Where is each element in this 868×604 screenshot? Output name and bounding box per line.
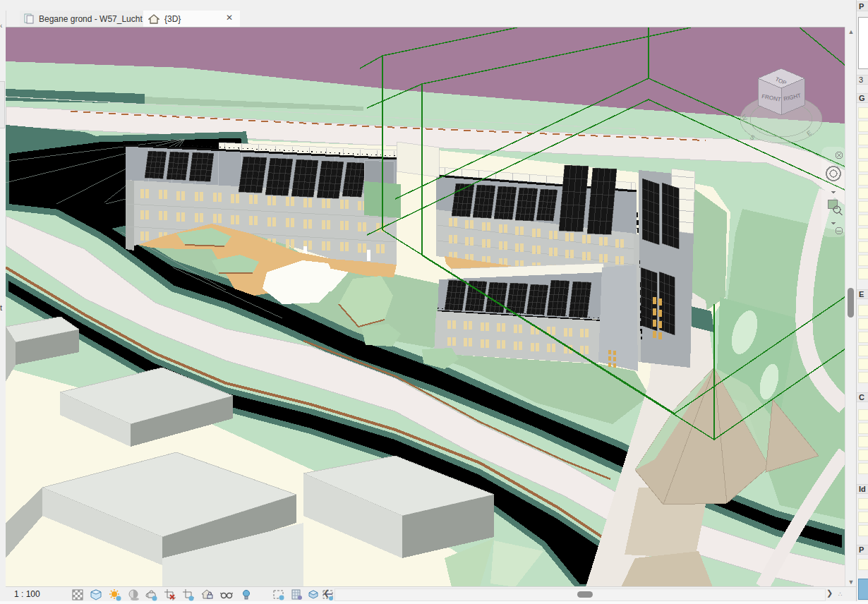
building-shape <box>569 328 572 337</box>
detail-level-icon[interactable] <box>71 588 84 601</box>
property-row[interactable] <box>858 147 868 159</box>
building-shape <box>267 196 271 205</box>
building-shape <box>608 356 611 361</box>
building-shape <box>658 332 662 339</box>
building-shape <box>345 221 349 230</box>
building-shape <box>608 350 611 354</box>
vertical-scrollbar[interactable]: ▲ ▼ <box>845 27 857 588</box>
analytical-model-icon[interactable] <box>290 588 303 601</box>
property-row[interactable] <box>858 107 868 119</box>
property-row[interactable] <box>858 449 868 461</box>
property-row[interactable] <box>858 174 868 186</box>
building-shape <box>340 221 344 230</box>
building-shape <box>582 252 586 260</box>
close-tab-icon[interactable]: ✕ <box>226 13 233 22</box>
tab-begane-grond[interactable]: Begane grond - W57_Lucht <box>20 11 146 27</box>
property-row[interactable] <box>858 525 868 536</box>
crop-view-icon[interactable] <box>164 588 176 601</box>
building-shape <box>519 325 522 333</box>
building-shape <box>608 363 611 367</box>
visual-style-icon[interactable] <box>90 588 102 601</box>
building-shape <box>286 239 289 248</box>
property-row[interactable] <box>858 318 868 330</box>
property-row[interactable] <box>858 512 868 523</box>
building-shape <box>272 196 276 205</box>
scale-button[interactable]: 1 : 100 <box>14 589 40 599</box>
property-row[interactable] <box>858 463 868 474</box>
building-shape <box>549 248 553 256</box>
sun-path-icon[interactable] <box>109 588 121 601</box>
property-row[interactable] <box>858 358 868 370</box>
type-selector[interactable] <box>858 17 868 69</box>
building-shape <box>358 243 361 253</box>
property-row[interactable] <box>858 134 868 145</box>
building-shape <box>218 193 222 202</box>
property-row[interactable] <box>858 498 868 509</box>
property-row[interactable] <box>858 436 868 447</box>
property-row[interactable] <box>858 268 868 279</box>
property-row[interactable] <box>858 423 868 434</box>
building-shape <box>145 210 149 219</box>
building-shape <box>231 215 234 224</box>
temporary-view-properties-icon[interactable] <box>272 588 285 601</box>
building-shape <box>585 329 589 337</box>
horizontal-scrollbar[interactable] <box>334 588 826 601</box>
properties-bottom-icon[interactable] <box>858 579 868 600</box>
clipped-label: t <box>0 303 2 312</box>
scroll-left-icon[interactable]: ❮ <box>323 588 330 598</box>
building-shape <box>303 219 307 229</box>
locked-3d-icon[interactable] <box>200 588 213 601</box>
property-row[interactable] <box>858 345 868 356</box>
property-row[interactable] <box>858 215 868 226</box>
property-row[interactable] <box>858 228 868 239</box>
3d-view-canvas[interactable]: TOP FRONT RIGHT W S E <box>6 27 845 587</box>
group-header[interactable]: C <box>857 392 868 402</box>
vertical-scroll-thumb[interactable] <box>848 288 854 318</box>
building-shape <box>570 250 574 258</box>
floor-plan-icon <box>24 13 34 24</box>
property-row[interactable] <box>858 201 868 212</box>
property-row[interactable] <box>858 161 868 172</box>
property-row[interactable] <box>858 241 868 253</box>
property-row[interactable] <box>858 121 868 132</box>
building-shape <box>604 254 608 262</box>
navigation-bar[interactable] <box>822 147 845 236</box>
building-shape <box>653 297 656 304</box>
group-header[interactable]: P <box>857 545 868 555</box>
scroll-up-icon[interactable]: ▲ <box>845 27 857 37</box>
property-row[interactable] <box>858 305 868 316</box>
group-header[interactable]: E <box>857 289 868 299</box>
building-shape <box>200 192 203 201</box>
rendering-dialog-icon[interactable] <box>145 588 158 601</box>
building-shape <box>532 229 536 237</box>
horizontal-scroll-thumb[interactable] <box>577 591 593 598</box>
scroll-left-icon[interactable]: ‹ <box>0 22 2 30</box>
group-header[interactable]: Id <box>857 484 868 494</box>
property-row[interactable] <box>858 332 868 343</box>
hedge-strip <box>6 89 145 104</box>
building-shape <box>487 239 490 248</box>
property-row[interactable] <box>858 255 868 266</box>
building-shape <box>249 195 253 204</box>
building-shape <box>520 243 524 252</box>
building-shape <box>502 323 505 332</box>
property-row[interactable] <box>858 188 868 199</box>
building-shape <box>181 191 185 200</box>
property-row[interactable] <box>858 409 868 421</box>
building-shape <box>195 192 198 201</box>
tab-3d[interactable]: {3D} ✕ <box>143 11 240 27</box>
crop-region-icon[interactable] <box>182 588 195 601</box>
temporary-hide-isolate-icon[interactable] <box>220 588 233 601</box>
building-shape <box>376 244 380 253</box>
shadows-icon[interactable] <box>127 588 140 601</box>
building-shape <box>465 220 469 229</box>
collapsed-panel-tab[interactable] <box>0 81 5 128</box>
building-shape <box>613 357 616 361</box>
displacement-sets-icon[interactable] <box>307 588 320 601</box>
scroll-right-icon[interactable]: ❯ <box>826 588 833 598</box>
reveal-hidden-icon[interactable] <box>240 588 253 601</box>
group-header[interactable]: G <box>857 93 868 103</box>
building-shape <box>452 320 456 329</box>
property-row[interactable] <box>858 559 868 570</box>
property-row[interactable] <box>858 372 868 383</box>
